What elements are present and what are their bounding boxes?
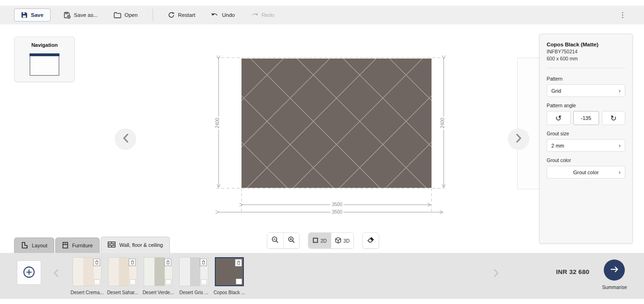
pattern-angle-label: Pattern angle (547, 103, 625, 108)
zoom-out-button[interactable] (267, 233, 283, 248)
material-label: Copos Black ... (212, 290, 247, 295)
summarise-label: Summarise (593, 284, 637, 290)
chevron-right-icon: › (619, 169, 621, 175)
grout-size-value: 2 mm (551, 143, 564, 148)
chevron-right-icon: › (619, 142, 621, 148)
pattern-value: Grid (551, 88, 561, 94)
cube-3d-icon (335, 237, 341, 245)
grout-color-button[interactable]: Grout color › (547, 166, 625, 178)
pattern-label: Pattern (547, 76, 625, 82)
thumbnail-texture (119, 258, 130, 286)
eraser-button[interactable] (363, 233, 379, 248)
grout-size-label: Grout size (547, 131, 625, 136)
square-2d-icon (313, 237, 318, 244)
view-2d-button[interactable]: 2D (308, 233, 331, 248)
next-wall-button[interactable] (508, 128, 529, 150)
more-options-kebab-icon[interactable]: ⋮ (615, 9, 630, 21)
tab-furniture[interactable]: Furniture (55, 237, 100, 253)
total-price: INR 32 680 (556, 268, 589, 275)
pattern-angle-input[interactable] (573, 111, 599, 125)
dimension-label-left: 2400 (215, 116, 220, 129)
view-2d-label: 2D (321, 238, 327, 244)
delete-material-icon[interactable] (93, 259, 100, 266)
thumbnail-corner-swatch (94, 279, 100, 285)
tab-wall-floor-ceiling[interactable]: Wall, floor & ceiling (101, 237, 170, 253)
arrow-right-icon (610, 266, 619, 274)
view-mode-toggle: 2D 3D (308, 232, 354, 249)
dimension-label-width-outer: 3500 (330, 209, 344, 215)
save-as-label: Save as... (74, 12, 98, 18)
redo-label: Redo (262, 12, 275, 18)
thumbnail-texture (154, 258, 165, 286)
thumbnail-texture (226, 258, 236, 285)
navigation-room-preview[interactable] (29, 53, 59, 76)
material-thumbnail[interactable]: Desert Sahar... (105, 257, 140, 295)
thumbnail-texture (190, 258, 201, 286)
rotate-counterclockwise-button[interactable]: ↺ (547, 111, 571, 125)
rotate-ccw-icon: ↺ (556, 114, 562, 123)
dimension-label-width-inner: 3500 (330, 202, 344, 207)
material-thumbnail[interactable]: Desert Verde... (140, 257, 176, 295)
view-controls: 2D 3D (267, 232, 379, 249)
redo-icon (251, 12, 258, 18)
save-as-button[interactable]: Save as... (59, 9, 102, 22)
navigation-panel[interactable]: Navigation (14, 37, 75, 82)
add-material-button[interactable] (17, 260, 41, 285)
undo-label: Undo (222, 12, 235, 18)
delete-material-icon[interactable] (235, 259, 242, 267)
thumbnail-corner-swatch (236, 279, 242, 284)
tile-size: 600 x 600 mm (547, 56, 625, 61)
toolbar-divider (153, 9, 153, 21)
thumbnail-texture (83, 258, 94, 286)
restart-icon (168, 12, 175, 18)
tile-properties-panel: Copos Black (Matte) INFBY750214 600 x 60… (539, 34, 633, 244)
chevron-left-icon (123, 133, 129, 145)
grout-color-button-label: Grout color (573, 170, 599, 175)
materials-tray: Desert Crema... Desert Sahar... Desert V… (0, 253, 644, 299)
eraser-group (362, 232, 379, 249)
undo-button[interactable]: Undo (206, 9, 240, 21)
grout-color-label: Grout color (547, 157, 625, 163)
dimension-label-right: 2400 (440, 116, 445, 129)
open-button[interactable]: Open (109, 9, 142, 21)
tray-scroll-left-icon[interactable] (53, 269, 59, 279)
save-icon (21, 12, 28, 18)
chevron-right-icon: › (619, 88, 621, 94)
view-3d-label: 3D (344, 238, 350, 244)
chevron-right-icon (516, 133, 522, 145)
add-plus-icon (23, 266, 35, 280)
furniture-icon (62, 242, 68, 250)
save-as-icon (64, 12, 71, 19)
grout-size-select[interactable]: 2 mm › (547, 139, 625, 152)
brick-wall-icon (108, 241, 116, 249)
tiled-floor-preview[interactable] (242, 59, 432, 188)
summarise-button[interactable] (604, 260, 625, 281)
thumbnail-corner-swatch (165, 279, 171, 285)
save-button[interactable]: Save (14, 8, 51, 22)
navigation-title: Navigation (15, 42, 74, 48)
pattern-select[interactable]: Grid › (547, 84, 625, 97)
material-label: Desert Sahar... (105, 290, 140, 295)
zoom-in-button[interactable] (283, 233, 299, 248)
eraser-icon (367, 237, 374, 245)
next-wall-preview (517, 58, 540, 189)
material-thumbnail[interactable]: Desert Gris ... (176, 257, 212, 295)
material-thumbnail[interactable]: Desert Crema... (69, 257, 105, 295)
zoom-out-icon (271, 236, 279, 245)
material-thumbnail-selected[interactable]: Copos Black ... (212, 257, 247, 295)
navigation-active-wall (29, 53, 59, 56)
tile-name: Copos Black (Matte) (547, 42, 625, 47)
folder-icon (114, 12, 121, 18)
tray-scroll-right-icon[interactable] (494, 269, 499, 279)
view-3d-button[interactable]: 3D (331, 233, 353, 248)
tab-layout[interactable]: Layout (14, 237, 54, 253)
redo-button[interactable]: Redo (246, 9, 279, 21)
delete-material-icon[interactable] (129, 259, 136, 266)
previous-wall-button[interactable] (115, 128, 136, 150)
rotate-clockwise-button[interactable]: ↻ (602, 111, 626, 125)
restart-button[interactable]: Restart (163, 9, 200, 21)
tab-wall-floor-ceiling-label: Wall, floor & ceiling (119, 242, 163, 248)
delete-material-icon[interactable] (200, 259, 207, 266)
toolbar: Save Save as... Open Restart Undo Redo ⋮ (0, 6, 644, 24)
delete-material-icon[interactable] (164, 259, 171, 266)
